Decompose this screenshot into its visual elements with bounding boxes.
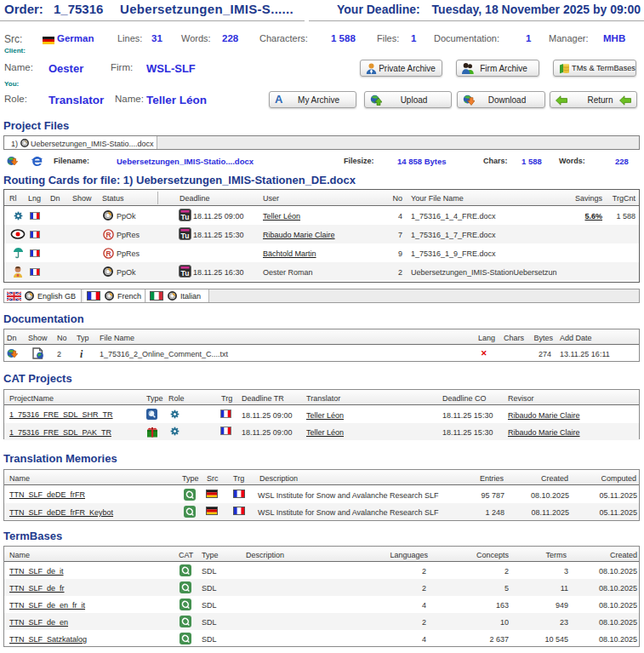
- svg-text:R: R: [105, 231, 111, 239]
- svg-text:Tu: Tu: [181, 213, 190, 221]
- svg-text:R: R: [105, 249, 111, 258]
- svg-text:Tu: Tu: [181, 269, 190, 278]
- svg-text:Tu: Tu: [181, 232, 190, 240]
